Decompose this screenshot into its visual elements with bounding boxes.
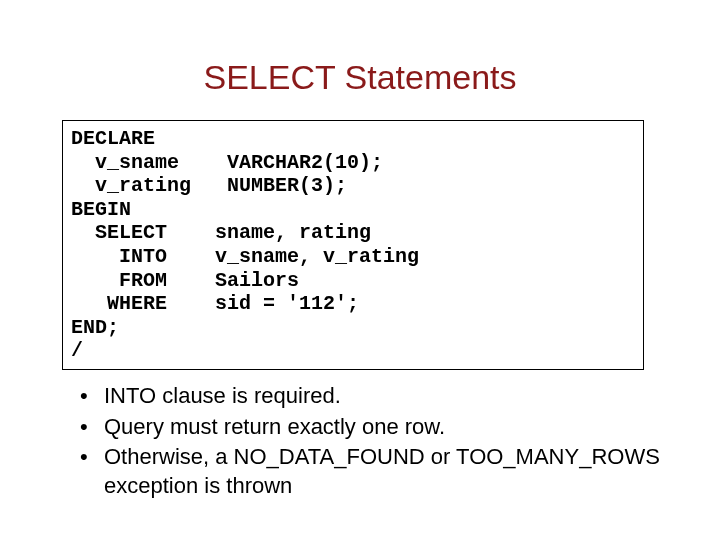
code-box: DECLARE v_sname VARCHAR2(10); v_rating N…: [62, 120, 644, 370]
bullet-icon: •: [78, 382, 104, 411]
bullet-text: INTO clause is required.: [104, 382, 660, 411]
bullet-text: Otherwise, a NO_DATA_FOUND or TOO_MANY_R…: [104, 443, 660, 500]
bullet-icon: •: [78, 443, 104, 472]
bullet-text: Query must return exactly one row.: [104, 413, 660, 442]
list-item: • Query must return exactly one row.: [78, 413, 660, 442]
code-block: DECLARE v_sname VARCHAR2(10); v_rating N…: [71, 127, 635, 363]
list-item: • INTO clause is required.: [78, 382, 660, 411]
page-title: SELECT Statements: [0, 58, 720, 97]
bullet-icon: •: [78, 413, 104, 442]
bullet-list: • INTO clause is required. • Query must …: [78, 382, 660, 502]
slide: SELECT Statements DECLARE v_sname VARCHA…: [0, 0, 720, 540]
list-item: • Otherwise, a NO_DATA_FOUND or TOO_MANY…: [78, 443, 660, 500]
